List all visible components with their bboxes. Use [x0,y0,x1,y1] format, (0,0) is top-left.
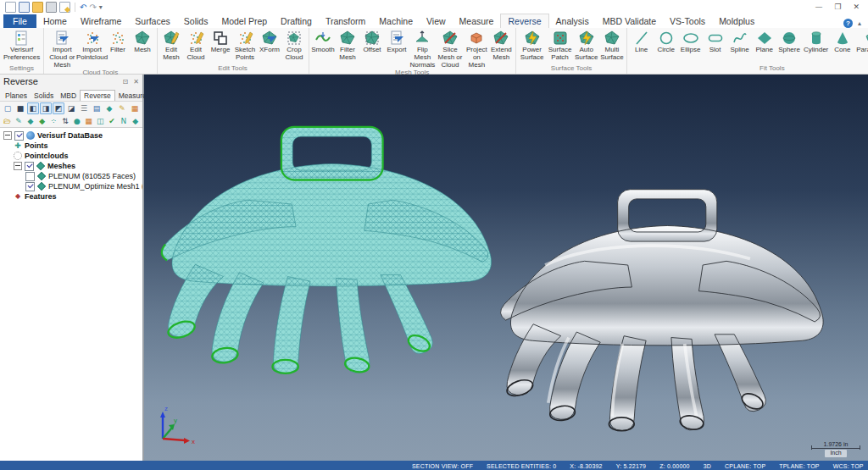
graphics-viewport[interactable]: z y x 1.9726 in Inch [144,75,868,461]
flip-icon[interactable]: ⇅ [60,115,71,127]
pin-panel-icon[interactable]: ⊡ [123,78,129,86]
tab-machine[interactable]: Machine [372,14,420,28]
tab-transform[interactable]: Transform [319,14,372,28]
align-iso-icon[interactable]: ◪ [65,102,77,114]
tab-reverse[interactable]: Reverse [500,14,548,28]
views-icon[interactable]: ▢ [2,102,14,114]
fit-plane-button[interactable]: Plane [752,29,776,54]
open-file-icon[interactable] [32,2,43,13]
tab-surfaces[interactable]: Surfaces [128,14,176,28]
edit-cloud-button[interactable]: Edit Cloud [184,29,209,62]
surface-patch-button[interactable]: Surface Patch [546,29,573,62]
panel-tab-planes[interactable]: Planes [2,91,31,101]
fit-sphere-button[interactable]: Sphere [776,29,802,54]
tab-drafting[interactable]: Drafting [274,14,319,28]
tree-item-database[interactable]: Verisurf DataBase [3,130,142,141]
close-panel-icon[interactable]: ✕ [133,78,139,86]
edit-mesh-button[interactable]: Edit Mesh [159,29,184,62]
flip-mesh-normals-button[interactable]: Flip Mesh Normals [409,29,437,69]
align-top-icon[interactable]: ◩ [53,102,64,114]
layers-icon[interactable]: ▤ [91,102,103,114]
auto-surface-button[interactable]: Auto Surface [574,29,599,62]
spline-small-icon[interactable]: N [119,115,130,127]
crop-cloud-button[interactable]: Crop Cloud [282,29,307,62]
merge-button[interactable]: Merge [209,29,233,54]
fit-cylinder-button[interactable]: Cylinder [802,29,830,54]
save-icon[interactable] [19,2,30,13]
smooth-button[interactable]: Smooth [311,29,336,54]
open-doc-icon[interactable]: 🗁 [2,115,13,127]
new-document-icon[interactable] [5,2,16,13]
sphere-icon[interactable]: ● [72,115,83,127]
fit-slot-button[interactable]: Slot [703,29,727,54]
mesh-button[interactable]: Mesh [131,29,155,54]
status-section-view[interactable]: SECTION VIEW: OFF [412,463,473,469]
tree-item-points[interactable]: Points [3,141,142,151]
expander-icon[interactable] [3,131,12,140]
wireframe-toggle-icon[interactable]: ☰ [78,102,90,114]
xform-button[interactable]: XForm [258,29,282,54]
tree-item-meshes[interactable]: Meshes [3,161,142,171]
fit-ellipse-button[interactable]: Ellipse [678,29,703,54]
checkbox-checked[interactable] [14,131,24,141]
minimize-button[interactable]: — [815,3,822,11]
panel-tab-mbd[interactable]: MBD [57,91,80,101]
tab-measure[interactable]: Measure [453,14,501,28]
status-tplane[interactable]: TPLANE: TOP [779,463,819,469]
help-icon[interactable]: ? [843,19,853,28]
expander-icon[interactable] [14,162,22,170]
multi-surface-button[interactable]: Multi Surface [599,29,625,62]
print-icon[interactable] [46,2,57,13]
tab-solids[interactable]: Solids [177,14,215,28]
status-wcs[interactable]: WCS: TOP [833,463,864,469]
tree-item-plenum-optimize[interactable]: PLENUM_Optimize Mesh1 (23828 Faces) [3,181,142,191]
mesh-edit-icon[interactable]: ◆ [25,115,36,127]
sketch-icon[interactable]: ✎ [116,102,128,114]
sketch-points-button[interactable]: Sketch Points [233,29,258,62]
tab-file[interactable]: File [3,14,36,28]
check-icon[interactable]: ✔ [107,115,118,127]
tab-mbd-validate[interactable]: MBD Validate [596,14,663,28]
import-cloud-or-mesh-button[interactable]: Import Cloud or Mesh [46,29,78,69]
grid-icon[interactable]: ▦ [129,102,141,114]
tab-wireframe[interactable]: Wireframe [74,14,128,28]
close-button[interactable]: ✕ [853,3,860,11]
offset-button[interactable]: Offset [360,29,385,54]
tab-moldplus[interactable]: Moldplus [712,14,761,28]
align-side-icon[interactable]: ◨ [40,102,52,114]
redo-icon[interactable]: ↷ [89,3,96,12]
undo-icon[interactable]: ↶ [80,3,86,12]
collapse-ribbon-icon[interactable]: ▴ [858,19,861,27]
extend-mesh-button[interactable]: Extend Mesh [489,29,514,62]
filter-button[interactable]: Filter [106,29,131,54]
power-surface-button[interactable]: Power Surface [518,29,547,62]
edit-icon[interactable]: ✎ [14,115,25,127]
grid-doc-icon[interactable]: ▦ [83,115,94,127]
panel-tab-solids[interactable]: Solids [31,91,57,101]
save-edit-icon[interactable] [59,2,70,13]
fit-cone-button[interactable]: Cone [830,29,854,54]
slice-icon[interactable]: ◫ [95,115,106,127]
tree-item-features[interactable]: Features [3,191,142,202]
tab-analysis[interactable]: Analysis [549,14,596,28]
cloud-icon[interactable]: ⁘ [48,115,59,127]
panel-tab-reverse[interactable]: Reverse [80,90,115,101]
tab-model-prep[interactable]: Model Prep [214,14,274,28]
filter-mesh-button[interactable]: Filter Mesh [336,29,360,62]
tab-vs-tools[interactable]: VS-Tools [663,14,712,28]
tab-view[interactable]: View [420,14,453,28]
status-mode-3d[interactable]: 3D [704,463,711,469]
fit-spline-button[interactable]: Spline [727,29,752,54]
mesh-final-icon[interactable]: ◆ [130,115,141,127]
customize-toolbar-icon[interactable]: ▾ [99,3,103,11]
checkbox-checked[interactable] [25,162,34,171]
gem-icon[interactable]: ◆ [103,102,115,114]
fit-line-button[interactable]: Line [629,29,654,54]
fit-paraboloid-button[interactable]: Paraboloid [854,29,868,54]
shaded-view-icon[interactable]: ■ [14,102,26,114]
project-on-mesh-button[interactable]: Project on Mesh [465,29,489,69]
slice-mesh-or-cloud-button[interactable]: Slice Mesh or Cloud [436,29,465,69]
verisurf-preferences-button[interactable]: Verisurf Preferences [2,29,42,62]
mesh-create-icon[interactable]: ◆ [36,115,47,127]
viewport-scene[interactable]: z y x [144,75,868,461]
